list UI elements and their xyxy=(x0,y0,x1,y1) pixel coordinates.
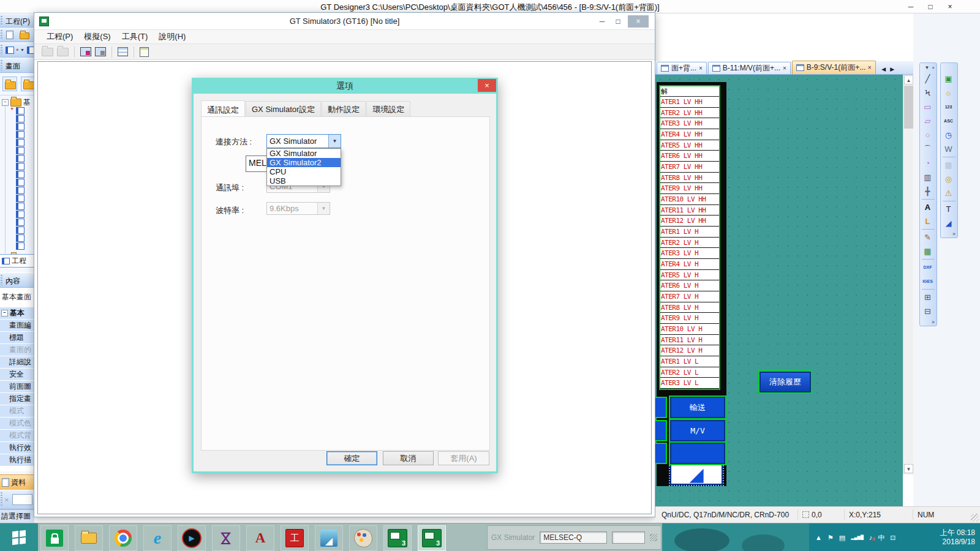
toolbar-menu-icon[interactable]: ▼ xyxy=(924,65,929,70)
file-explorer-taskbar-button[interactable] xyxy=(75,525,103,551)
toolbar-grip[interactable] xyxy=(1,30,2,40)
group-tool-icon[interactable]: ⊞ xyxy=(920,290,935,304)
combo-dropdown-icon[interactable]: ▼ xyxy=(328,135,341,148)
clock-object-icon[interactable]: ◷ xyxy=(941,128,956,142)
clear-history-button[interactable]: 清除履歷 xyxy=(760,372,811,392)
alarm-history-list[interactable]: 解 ATER1 LV HHATER2 LV HHATER3 LV HHATER4… xyxy=(659,85,720,390)
resize-grip[interactable] xyxy=(971,514,979,522)
scroll-down-icon[interactable]: ▼ xyxy=(904,464,913,473)
gx-works-taskbar-button[interactable]: 工 xyxy=(281,525,309,551)
dialog-close-button[interactable]: × xyxy=(478,79,496,92)
property-row-10[interactable]: 模式背 xyxy=(0,430,34,441)
tree-screen-item[interactable] xyxy=(16,195,24,202)
property-row-11[interactable]: 執行效 xyxy=(0,442,34,454)
ie-taskbar-button[interactable]: e xyxy=(143,525,172,551)
action-center-flag-icon[interactable]: ⚑ xyxy=(827,534,834,542)
designer-titlebar[interactable]: GT Designer3 C:\Users\PC\Desktop\桌面資料夾\G… xyxy=(0,0,980,13)
designer-minimize-button[interactable]: ─ xyxy=(903,2,919,12)
dropdown-option[interactable]: GX Simulator xyxy=(267,149,341,158)
sim-menu-3[interactable]: 說明(H) xyxy=(154,30,190,43)
ok-button[interactable]: 確定 xyxy=(326,451,377,465)
hmi-arrow-button[interactable]: ◢ xyxy=(670,463,723,485)
search-input[interactable] xyxy=(12,494,32,505)
tree-root-row[interactable]: −基 xyxy=(2,97,31,108)
lamp-object-icon[interactable]: ☼ xyxy=(941,86,956,100)
screen-tab-2[interactable]: B-9:S/V-1(前面+...× xyxy=(792,61,876,74)
simulator-maximize-button[interactable]: □ xyxy=(611,15,625,28)
toolbar-grip[interactable] xyxy=(1,45,2,55)
designer-close-button[interactable]: × xyxy=(942,2,958,12)
gx-simulator-miniwindow[interactable]: GX Simulator MELSEC-Q xyxy=(487,525,662,550)
property-row-0[interactable]: −基本 xyxy=(0,307,34,319)
toolbar-overflow-icon[interactable]: » xyxy=(920,318,937,326)
toolbar-grip[interactable] xyxy=(1,492,2,507)
circle-tool-icon[interactable]: ○ xyxy=(920,128,935,142)
line-tool-icon[interactable]: ╱ xyxy=(920,72,935,86)
simulator-titlebar[interactable]: GT Simulator3 (GT16) [No title] ─ □ × xyxy=(34,13,655,30)
property-row-6[interactable]: 前面圖 xyxy=(0,381,34,392)
scrollbar-thumb[interactable] xyxy=(904,86,913,129)
menu-project[interactable]: 工程(P) xyxy=(6,17,34,27)
new-project-icon[interactable] xyxy=(6,31,13,39)
property-row-7[interactable]: 指定畫 xyxy=(0,393,34,405)
screen-tab-1[interactable]: B-11:M/V(前面+...× xyxy=(708,62,791,74)
hmi-button-partial[interactable] xyxy=(655,420,667,441)
dialog-titlebar[interactable]: 選項 × xyxy=(192,78,498,94)
tree-screen-item[interactable] xyxy=(16,179,24,186)
comment-object-icon[interactable]: W xyxy=(941,142,956,156)
chrome-taskbar-button[interactable] xyxy=(109,525,137,551)
tree-screen-item[interactable] xyxy=(16,203,24,210)
chevron-down-icon[interactable]: ▼ xyxy=(20,48,24,52)
touch-keyboard-icon[interactable]: ▤ xyxy=(839,534,845,542)
tree-screen-item[interactable] xyxy=(16,115,24,122)
numerical-display-object-icon[interactable]: 123 xyxy=(941,100,956,114)
simulator-minimize-button[interactable]: ─ xyxy=(595,15,609,28)
volume-muted-icon[interactable]: ♪ xyxy=(869,534,873,541)
property-row-4[interactable]: 詳細說 xyxy=(0,356,34,368)
logo-text-tool-icon[interactable]: L xyxy=(920,214,935,228)
media-player-taskbar-button[interactable]: ▶ xyxy=(178,525,206,551)
start-button[interactable] xyxy=(0,523,38,551)
screen-tab-0[interactable]: 面+背...× xyxy=(657,62,707,74)
tree-screen-item[interactable] xyxy=(16,155,24,162)
dropdown-option[interactable]: CPU xyxy=(267,167,341,176)
hmi-button-partial[interactable] xyxy=(655,443,667,464)
cancel-button[interactable]: 取消 xyxy=(383,451,434,465)
open-folder-button[interactable] xyxy=(2,77,17,91)
rectangle-tool-icon[interactable]: ▭ xyxy=(920,100,935,114)
tab-data[interactable]: 資料 xyxy=(0,474,34,490)
tree-screen-item[interactable] xyxy=(16,163,24,170)
hmi-button-輸送[interactable]: 輸送 xyxy=(670,397,725,418)
tree-screen-item[interactable] xyxy=(16,147,24,154)
sim-menu-1[interactable]: 模擬(S) xyxy=(79,30,115,43)
alarm-display-object-icon[interactable]: ⚠ xyxy=(941,186,956,200)
toolbar-overflow-icon[interactable]: » xyxy=(941,230,957,238)
device-monitor-icon[interactable] xyxy=(118,47,128,56)
photo-viewer-taskbar-button[interactable]: ◢ xyxy=(315,525,343,551)
gt-simulator3-taskbar-button[interactable]: 3 xyxy=(418,525,446,551)
taskbar-clock[interactable]: 上午 08:18 2018/9/18 xyxy=(940,528,980,547)
tabs-scroll-right-icon[interactable]: ▶ xyxy=(888,64,897,74)
property-row-9[interactable]: 模式色 xyxy=(0,418,34,429)
tab-project[interactable]: 工程 xyxy=(0,254,34,268)
dialog-tab-1[interactable]: GX Simulator設定 xyxy=(246,101,321,117)
tree-screen-item[interactable] xyxy=(16,234,24,242)
tree-screen-item[interactable]: + xyxy=(16,107,24,114)
ascii-display-object-icon[interactable]: ASC xyxy=(941,114,956,128)
dialog-tab-2[interactable]: 動作設定 xyxy=(322,101,366,117)
start-simulation-icon[interactable] xyxy=(80,47,91,56)
tree-screen-item[interactable] xyxy=(16,123,24,130)
screen-editor[interactable]: 解 ATER1 LV HHATER2 LV HHATER3 LV HHATER4… xyxy=(655,75,903,506)
tree-screen-item[interactable] xyxy=(16,131,24,138)
text-display-object-icon[interactable]: T xyxy=(941,202,956,216)
tree-screen-item[interactable] xyxy=(16,211,24,218)
paint-taskbar-button[interactable] xyxy=(349,525,377,551)
tree-screen-item[interactable] xyxy=(16,242,24,250)
dropdown-option[interactable]: USB xyxy=(267,176,341,186)
hmi-button-partial[interactable] xyxy=(655,397,667,418)
toolbar-grip[interactable] xyxy=(1,16,2,25)
option-icon[interactable] xyxy=(140,47,149,57)
property-row-2[interactable]: 標題 xyxy=(0,332,34,343)
desktop-peek-area[interactable] xyxy=(662,523,809,551)
scale-tool-icon[interactable]: ▥ xyxy=(920,170,935,184)
